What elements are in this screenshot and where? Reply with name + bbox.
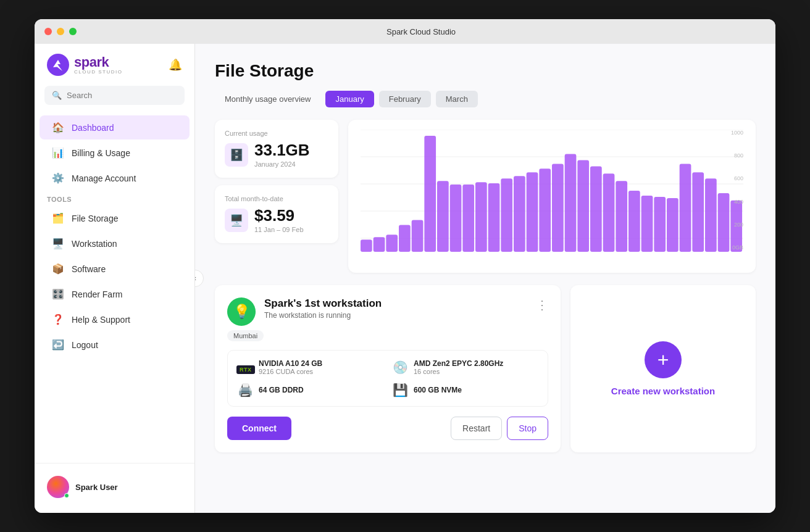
svg-rect-32 (692, 172, 704, 252)
sidebar-item-billing[interactable]: 📊 Billing & Usage (40, 141, 190, 165)
create-workstation-card: + Create new workstation (570, 285, 756, 452)
spec-ram: 🖨️ 64 GB DDRD (236, 383, 384, 397)
sidebar-item-helpsupport[interactable]: ❓ Help & Support (40, 307, 190, 331)
sidebar-item-renderfarm[interactable]: 🎛️ Render Farm (40, 282, 190, 306)
billing-stat-icon: 🖥️ (225, 209, 248, 232)
help-icon: ❓ (52, 314, 64, 325)
spark-logo-icon (47, 54, 69, 76)
tab-january[interactable]: January (325, 91, 374, 107)
maximize-button[interactable] (69, 28, 77, 35)
tab-march[interactable]: March (436, 91, 478, 107)
search-icon: 🔍 (52, 91, 62, 100)
storage-spec-icon: 💾 (391, 383, 409, 397)
svg-rect-22 (565, 154, 577, 252)
svg-rect-12 (437, 181, 449, 252)
ws-info: Spark's 1st workstation The workstation … (264, 297, 527, 320)
restart-button[interactable]: Restart (451, 417, 502, 440)
svg-rect-31 (680, 164, 691, 252)
logo-text: spark CLOUD STUDIO (74, 56, 122, 75)
minimize-button[interactable] (57, 28, 64, 35)
sidebar-item-filestorage[interactable]: 🗂️ File Storage (40, 206, 190, 230)
svg-rect-16 (488, 183, 500, 252)
sidebar-item-label: Software (72, 264, 106, 274)
ws-status: The workstation is running (264, 311, 527, 320)
svg-rect-30 (667, 198, 678, 252)
cpu-detail: 16 cores (414, 368, 503, 375)
ram-value: 64 GB DDRD (259, 386, 304, 394)
spec-gpu: RTX NVIDIA A10 24 GB 9216 CUDA cores (236, 359, 384, 375)
total-cost-card: Total month-to-date 🖥️ $3.59 11 Jan – 09… (215, 185, 338, 243)
sidebar-item-label: File Storage (72, 214, 118, 223)
spec-storage: 💾 600 GB NVMe (391, 383, 539, 397)
create-workstation-label: Create new workstation (611, 386, 715, 396)
logo-name: spark (74, 56, 122, 69)
sidebar-item-label: Help & Support (72, 315, 130, 325)
storage-icon: 🗄️ (225, 143, 248, 167)
chart-y-axis: 1000 800 600 400 200 0GB (719, 130, 743, 253)
app-body: spark CLOUD STUDIO 🔔 🔍 🏠 Dashboard 📊 Bil… (35, 44, 775, 513)
sidebar: spark CLOUD STUDIO 🔔 🔍 🏠 Dashboard 📊 Bil… (35, 44, 195, 513)
sidebar-header: spark CLOUD STUDIO 🔔 (35, 54, 194, 86)
gpu-name: NVIDIA A10 24 GB (259, 359, 322, 368)
ws-more-button[interactable]: ⋮ (536, 297, 548, 312)
page-title: File Storage (215, 61, 756, 81)
svg-rect-20 (539, 168, 551, 252)
chart-container: 1000 800 600 400 200 0GB (361, 130, 743, 265)
svg-rect-11 (424, 136, 436, 252)
svg-rect-17 (501, 178, 512, 252)
connect-button[interactable]: Connect (227, 417, 291, 440)
ws-action-secondary: Restart Stop (451, 417, 548, 440)
total-cost-value: $3.59 (254, 207, 304, 223)
svg-rect-33 (705, 178, 717, 252)
logo-group: spark CLOUD STUDIO (47, 54, 122, 76)
software-icon: 📦 (52, 263, 64, 275)
search-bar[interactable]: 🔍 (44, 86, 185, 105)
avatar (47, 476, 69, 498)
sidebar-item-label: Billing & Usage (72, 148, 130, 158)
create-workstation-button[interactable]: + (645, 341, 682, 378)
current-usage-row: 🗄️ 33.1GB January 2024 (225, 142, 328, 168)
monthly-overview-label: Monthly usage overview (215, 91, 320, 107)
close-button[interactable] (44, 28, 52, 35)
sidebar-item-dashboard[interactable]: 🏠 Dashboard (40, 115, 190, 139)
sidebar-item-logout[interactable]: ↩️ Logout (40, 333, 190, 357)
sidebar-item-label: Render Farm (72, 289, 122, 299)
logo-sub: CLOUD STUDIO (74, 69, 122, 75)
svg-rect-8 (386, 235, 398, 252)
spec-cpu: 💿 AMD Zen2 EPYC 2.80GHz 16 cores (391, 359, 539, 375)
ws-status-icon: 💡 (227, 297, 256, 326)
stat-cards: Current usage 🗄️ 33.1GB January 2024 Tot… (215, 120, 338, 273)
sidebar-item-manage[interactable]: ⚙️ Manage Account (40, 166, 190, 190)
current-usage-label: Current usage (225, 130, 328, 137)
monitor-icon: 🖥️ (52, 238, 64, 249)
current-usage-value: 33.1GB (254, 142, 310, 158)
traffic-lights (44, 28, 77, 35)
usage-chart-card: 1000 800 600 400 200 0GB (348, 120, 756, 273)
total-cost-row: 🖥️ $3.59 11 Jan – 09 Feb (225, 207, 328, 233)
svg-rect-23 (577, 160, 589, 252)
stop-button[interactable]: Stop (507, 417, 548, 440)
tools-section-label: Tools (35, 191, 194, 206)
svg-rect-21 (552, 164, 564, 252)
collapse-sidebar-button[interactable]: ‹ (195, 270, 204, 287)
notification-bell-icon[interactable]: 🔔 (169, 58, 182, 72)
logout-icon: ↩️ (52, 339, 64, 351)
ram-icon: 🖨️ (236, 383, 254, 397)
ws-name: Spark's 1st workstation (264, 297, 527, 310)
sidebar-item-label: Logout (72, 340, 98, 350)
cpu-icon: 💿 (391, 360, 409, 375)
titlebar: Spark Cloud Studio (35, 19, 775, 44)
sidebar-item-workstation[interactable]: 🖥️ Workstation (40, 231, 190, 256)
ws-location-badge: Mumbai (227, 330, 264, 341)
gear-icon: ⚙️ (52, 172, 64, 184)
tab-february[interactable]: February (379, 91, 431, 107)
sidebar-item-software[interactable]: 📦 Software (40, 257, 190, 281)
search-input[interactable] (67, 91, 177, 100)
gpu-detail: 9216 CUDA cores (259, 368, 322, 375)
user-card[interactable]: Spark User (42, 471, 187, 503)
svg-rect-25 (603, 173, 615, 252)
total-cost-sub: 11 Jan – 09 Feb (254, 226, 304, 233)
svg-rect-24 (590, 166, 602, 252)
top-row: Current usage 🗄️ 33.1GB January 2024 Tot… (215, 120, 756, 273)
svg-rect-15 (475, 182, 487, 252)
